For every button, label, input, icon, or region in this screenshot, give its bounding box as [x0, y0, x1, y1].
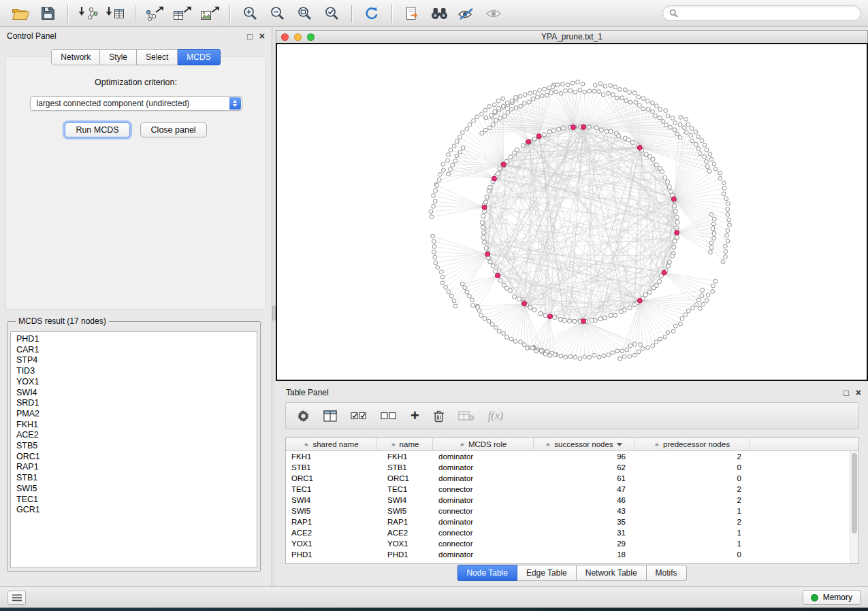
mcds-result-item[interactable]: SWI5: [11, 484, 257, 495]
sort-dropdown-icon[interactable]: [617, 443, 622, 449]
mcds-result-item[interactable]: STB5: [11, 441, 257, 452]
copy-document-button[interactable]: [398, 2, 425, 25]
export-network-button[interactable]: [142, 2, 169, 25]
trash-icon: [433, 410, 445, 423]
mcds-result-list[interactable]: PHD1CAR1STP4TID3YOX1SWI4SRD1PMA2FKH1ACE2…: [10, 331, 257, 568]
mcds-result-item[interactable]: FKH1: [11, 420, 257, 431]
search-input[interactable]: [682, 9, 854, 18]
close-panel-button[interactable]: Close panel: [140, 122, 207, 137]
table-tab-network-table[interactable]: Network Table: [577, 565, 647, 581]
mcds-result-item[interactable]: GCR1: [11, 505, 257, 516]
mcds-result-item[interactable]: SWI4: [11, 388, 257, 399]
control-panel-tabbar: NetworkStyleSelectMCDS: [0, 49, 272, 65]
control-panel-header: Control Panel □ ×: [0, 28, 272, 44]
show-column-panel-button[interactable]: [323, 406, 337, 426]
optimization-criterion-select[interactable]: largest connected component (undirected): [30, 96, 242, 111]
table-row[interactable]: SWI5SWI5connector431: [286, 506, 850, 516]
delete-column-button[interactable]: [433, 406, 445, 426]
save-session-button[interactable]: [34, 2, 61, 25]
function-builder-button[interactable]: f(x): [488, 406, 503, 426]
mcds-result-item[interactable]: STP4: [11, 355, 257, 366]
export-network-icon: [146, 5, 165, 21]
table-tab-node-table[interactable]: Node Table: [457, 565, 517, 581]
tab-mcds[interactable]: MCDS: [178, 49, 220, 65]
table-row[interactable]: TEC1TEC1connector472: [286, 484, 850, 495]
export-table-icon: [173, 5, 193, 21]
run-mcds-button[interactable]: Run MCDS: [65, 122, 129, 137]
import-network-button[interactable]: [74, 2, 101, 25]
table-settings-button[interactable]: [297, 406, 310, 426]
mcds-result-item[interactable]: PMA2: [11, 409, 257, 420]
mcds-result-item[interactable]: STB1: [11, 473, 257, 484]
zoom-selected-icon: [324, 5, 340, 21]
network-canvas[interactable]: [276, 43, 868, 381]
open-file-button[interactable]: [7, 2, 34, 25]
table-close-panel-icon[interactable]: ×: [856, 388, 861, 397]
table-row[interactable]: SWI4SWI4dominator462: [286, 495, 850, 506]
memory-button[interactable]: Memory: [803, 590, 861, 605]
mcds-result-item[interactable]: RAP1: [11, 462, 257, 473]
table-scrollbar[interactable]: [850, 451, 858, 563]
main-toolbar: [0, 0, 868, 27]
select-all-columns-button[interactable]: [351, 406, 367, 426]
tab-select[interactable]: Select: [137, 49, 178, 65]
scrollbar-thumb[interactable]: [852, 453, 857, 533]
search-network-button[interactable]: [425, 2, 453, 25]
status-menu-button[interactable]: [7, 591, 26, 605]
show-all-button[interactable]: [480, 2, 507, 25]
table-row[interactable]: FKH1FKH1dominator962: [286, 451, 850, 462]
eye-icon: [485, 7, 502, 20]
table-row[interactable]: ACE2ACE2connector311: [286, 527, 850, 538]
window-maximize-button[interactable]: [307, 33, 315, 41]
save-floppy-icon: [41, 6, 55, 20]
import-table-icon: [105, 6, 125, 21]
network-graph[interactable]: [277, 44, 867, 380]
window-minimize-button[interactable]: [294, 33, 302, 41]
table-row[interactable]: YOX1YOX1connector291: [286, 538, 850, 549]
float-panel-icon[interactable]: □: [247, 32, 253, 41]
mcds-result-item[interactable]: YOX1: [11, 377, 257, 388]
delete-table-button[interactable]: [458, 406, 475, 426]
deselect-all-columns-button[interactable]: [381, 406, 397, 426]
table-float-panel-icon[interactable]: □: [843, 389, 849, 397]
table-row[interactable]: RAP1RAP1dominator352: [286, 516, 850, 527]
apply-layout-button[interactable]: [358, 2, 385, 25]
column-header-name[interactable]: name: [377, 438, 433, 450]
mcds-result-item[interactable]: ACE2: [11, 430, 257, 441]
checked-boxes-icon: [351, 411, 367, 420]
table-tab-motifs[interactable]: Motifs: [647, 565, 687, 581]
hide-selected-button[interactable]: [453, 2, 480, 25]
tab-style[interactable]: Style: [100, 49, 137, 65]
column-header-predecessor-nodes[interactable]: predecessor nodes: [634, 438, 750, 450]
import-table-button[interactable]: [101, 2, 129, 25]
tab-network[interactable]: Network: [51, 49, 100, 65]
column-header-successor-nodes[interactable]: successor nodes: [534, 438, 634, 450]
import-network-icon: [78, 6, 98, 21]
table-row[interactable]: ORC1ORC1dominator610: [286, 473, 850, 484]
zoom-in-button[interactable]: [236, 2, 263, 25]
zoom-fit-button[interactable]: [291, 2, 318, 25]
zoom-selected-button[interactable]: [318, 2, 345, 25]
window-close-button[interactable]: [281, 33, 289, 41]
table-panel-header: Table Panel □ ×: [276, 384, 868, 401]
document-share-icon: [404, 5, 420, 22]
export-image-button[interactable]: [196, 2, 223, 25]
column-header-MCDS-role[interactable]: MCDS role: [433, 438, 534, 450]
create-column-button[interactable]: +: [411, 406, 419, 426]
table-row[interactable]: STB1STB1dominator620: [286, 462, 850, 473]
close-panel-icon[interactable]: ×: [259, 31, 265, 41]
binoculars-icon: [430, 7, 449, 20]
control-panel-title: Control Panel: [7, 31, 57, 41]
mcds-result-item[interactable]: ORC1: [11, 452, 257, 463]
table-tab-edge-table[interactable]: Edge Table: [517, 565, 577, 581]
table-row[interactable]: PHD1PHD1dominator180: [286, 549, 850, 560]
mcds-result-item[interactable]: CAR1: [11, 345, 257, 356]
mcds-result-item[interactable]: PHD1: [11, 334, 257, 345]
mcds-result-item[interactable]: SRD1: [11, 398, 257, 409]
mcds-result-item[interactable]: TEC1: [11, 495, 257, 506]
column-header-shared-name[interactable]: shared name: [286, 438, 377, 450]
zoom-out-button[interactable]: [263, 2, 291, 25]
mcds-result-item[interactable]: TID3: [11, 366, 257, 377]
export-table-button[interactable]: [169, 2, 196, 25]
search-box: [662, 5, 861, 21]
